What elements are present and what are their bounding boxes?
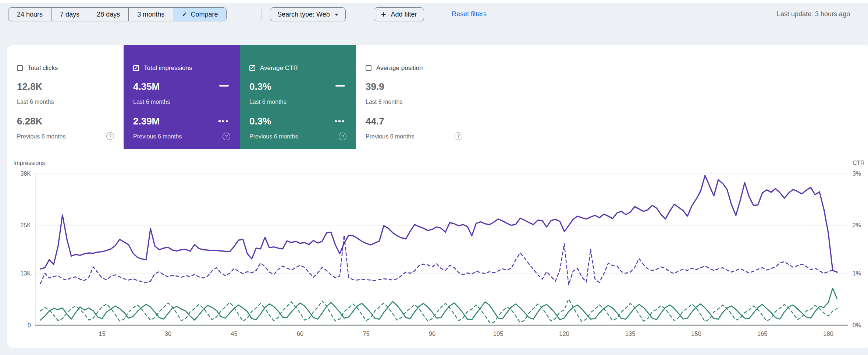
metric-caption-current: Last 6 months [17,98,114,106]
metric-card-total-clicks[interactable]: ✓ Total clicks 12.8K Last 6 months 6.28K… [7,45,124,149]
svg-text:30: 30 [165,330,171,337]
metric-caption-current: Last 6 months [366,98,462,106]
tab-3-months-label: 3 months [137,11,164,18]
reset-filters-link[interactable]: Reset filters [452,10,487,18]
chevron-down-icon [335,14,338,16]
help-icon[interactable]: ? [339,133,346,140]
svg-text:2%: 2% [853,222,861,228]
tab-28-days-label: 28 days [97,11,120,18]
metric-value-previous: 44.7 [366,116,462,126]
metric-card-average-ctr[interactable]: ✓ Average CTR 0.3% Last 6 months 0.3% Pr… [240,45,356,149]
tab-24-hours-label: 24 hours [17,11,43,18]
svg-text:60: 60 [297,330,303,337]
metric-value-current: 0.3% [249,81,346,92]
metric-value-current: 4.35M [133,81,230,92]
search-type-filter[interactable]: Search type: Web [270,7,346,21]
checkmark-icon: ✓ [134,65,138,71]
solid-line-icon [335,85,345,87]
search-console-performance-page: { "icons": { "check": "✓", "plus": "+", … [0,0,868,355]
svg-text:75: 75 [363,330,369,337]
svg-text:105: 105 [493,330,504,337]
checkbox-average-position[interactable]: ✓ [366,65,371,71]
svg-text:165: 165 [757,330,768,337]
tab-7-days-label: 7 days [60,11,79,18]
metric-caption-current: Last 6 months [249,98,346,106]
metric-value-current: 39.9 [366,81,462,92]
tab-compare[interactable]: ✓ Compare [173,8,226,21]
checkbox-total-impressions[interactable]: ✓ [133,65,139,71]
metric-label: Total clicks [28,64,58,72]
metric-label: Average position [376,64,423,72]
svg-text:15: 15 [99,330,105,337]
toolbar-divider [261,9,262,20]
help-icon[interactable]: ? [106,132,114,140]
dashed-line-icon [218,120,229,122]
metric-card-header: ✓ Total impressions [133,64,230,72]
metric-card-header: ✓ Total clicks [17,64,114,72]
solid-line-icon [219,85,229,87]
svg-text:0: 0 [28,322,31,328]
help-icon[interactable]: ? [455,132,462,140]
metric-card-total-impressions[interactable]: ✓ Total impressions 4.35M Last 6 months … [124,45,240,149]
svg-text:45: 45 [231,330,237,337]
metric-label: Total impressions [144,64,192,72]
svg-text:150: 150 [691,330,701,337]
svg-text:135: 135 [625,330,636,337]
svg-text:25K: 25K [21,222,31,228]
metric-value-previous: 0.3% [249,116,346,126]
checkbox-total-clicks[interactable]: ✓ [17,65,23,71]
plus-icon: + [381,10,386,19]
svg-text:120: 120 [559,330,569,337]
last-update-text: Last update: 3 hours ago [777,10,850,18]
tab-28-days[interactable]: 28 days [88,8,128,21]
top-border-strip [0,0,868,3]
metric-caption-previous: Previous 6 months [133,133,230,140]
checkmark-icon: ✓ [182,11,187,18]
checkmark-icon: ✓ [250,65,255,71]
search-type-label: Search type: Web [277,11,330,18]
metric-value-current: 12.8K [17,81,114,92]
checkbox-average-ctr[interactable]: ✓ [249,65,255,71]
svg-text:1%: 1% [853,270,861,277]
metric-caption-previous: Previous 6 months [249,133,346,140]
performance-chart[interactable]: 38K3%25K2%13K1%00%1530456075901051201351… [0,155,868,355]
svg-text:13K: 13K [21,270,31,277]
svg-text:3%: 3% [853,171,861,177]
metric-card-header: ✓ Average CTR [249,64,346,72]
add-filter-label: Add filter [391,11,417,18]
tab-compare-label: Compare [191,11,218,18]
dashed-line-icon [335,120,345,122]
metric-value-previous: 6.28K [17,116,114,126]
metric-value-previous: 2.39M [133,116,230,126]
metric-card-average-position[interactable]: ✓ Average position 39.9 Last 6 months 44… [356,45,472,149]
help-icon[interactable]: ? [223,133,230,140]
metric-caption-previous: Previous 6 months [17,133,114,140]
svg-text:0%: 0% [853,322,861,328]
metric-label: Average CTR [260,64,298,72]
svg-text:90: 90 [429,330,435,337]
metric-card-header: ✓ Average position [366,64,462,72]
svg-text:38K: 38K [21,171,31,177]
tab-7-days[interactable]: 7 days [51,8,88,21]
metric-caption-previous: Previous 6 months [366,133,462,140]
svg-text:180: 180 [823,330,833,337]
date-range-tabs: 24 hours 7 days 28 days 3 months ✓ Compa… [8,7,227,21]
tab-24-hours[interactable]: 24 hours [8,8,51,21]
tab-3-months[interactable]: 3 months [128,8,173,21]
add-filter-button[interactable]: + Add filter [374,7,424,21]
metric-caption-current: Last 6 months [133,98,230,106]
